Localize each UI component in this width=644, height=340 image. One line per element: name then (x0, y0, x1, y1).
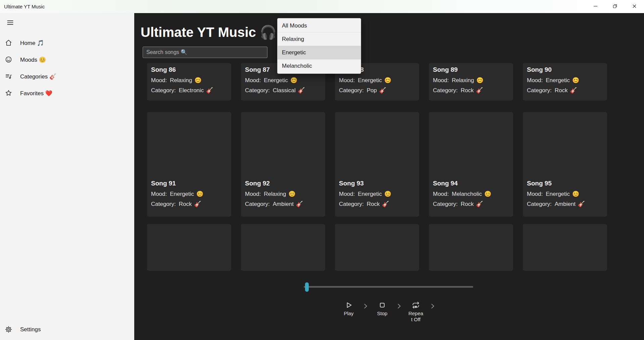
category-emoji: 🎸 (298, 87, 305, 94)
song-title: Song 90 (527, 66, 603, 74)
window-title: Ultimate YT Music (4, 0, 45, 13)
song-grid-row-1: Song 86 Mood:Relaxing😊 Category:Electron… (147, 63, 607, 101)
sidebar-item-label: Settings (20, 326, 41, 333)
song-category-line: Category:Classical🎸 (245, 87, 321, 94)
song-category-line: Category:Rock🎸 (151, 201, 203, 208)
playlist-music-icon (5, 72, 13, 80)
close-button[interactable] (625, 0, 644, 13)
stop-icon (378, 301, 387, 309)
sidebar-item-settings[interactable]: Settings (0, 321, 134, 338)
window-controls (586, 0, 644, 13)
song-mood-line: Mood:Energetic😊 (339, 190, 391, 198)
sidebar-item-label: Categories 🎸 (20, 73, 56, 80)
page-title: Ultimate YT Music 🎧 (141, 24, 277, 40)
song-category-line: Category:Pop🎸 (339, 87, 415, 94)
sidebar-item-label: Moods 😊 (20, 56, 46, 63)
mood-emoji: 😊 (484, 191, 491, 197)
settings-gear-icon (5, 326, 13, 334)
close-icon (632, 4, 637, 10)
category-emoji: 🎸 (570, 87, 577, 94)
song-category-line: Category:Electronic🎸 (151, 87, 227, 94)
sidebar-item-favorites[interactable]: Favorites ❤️ (0, 85, 134, 102)
mood-emoji: 😊 (196, 191, 203, 197)
song-card-placeholder[interactable] (429, 224, 513, 271)
sidebar-item-moods[interactable]: Moods 😊 (0, 51, 134, 68)
titlebar: Ultimate YT Music (0, 0, 644, 13)
song-mood-line: Mood:Energetic😊 (245, 77, 321, 84)
song-card-text: Song 95 Mood:Energetic😊 Category:Ambient… (523, 177, 589, 217)
mood-emoji: 😊 (288, 191, 295, 197)
mood-dropdown-option-label: Melancholic (282, 63, 312, 69)
song-grid-row-3 (147, 224, 607, 271)
song-title: Song 93 (339, 179, 391, 187)
song-card-text: Song 92 Mood:Relaxing😊 Category:Ambient🎸 (241, 177, 307, 217)
category-emoji: 🎸 (206, 87, 213, 94)
sidebar-item-categories[interactable]: Categories 🎸 (0, 68, 134, 85)
chevron-right-icon (362, 302, 369, 310)
play-button[interactable]: Play (339, 301, 358, 316)
home-icon (5, 39, 13, 47)
mood-dropdown-option[interactable]: Relaxing (278, 33, 361, 46)
sidebar-item-label: Home 🎵 (20, 40, 44, 47)
hamburger-menu-button[interactable] (3, 16, 17, 30)
song-card-placeholder[interactable] (523, 224, 607, 271)
chevron-right-icon (395, 302, 403, 310)
song-card-text: Song 94 Mood:Melancholic😊 Category:Rock🎸 (429, 177, 495, 217)
category-emoji: 🎸 (296, 201, 303, 207)
song-mood-line: Mood:Energetic😊 (339, 77, 415, 84)
sidebar-item-label: Favorites ❤️ (20, 90, 52, 97)
song-mood-line: Mood:Relaxing😊 (433, 77, 509, 84)
stop-button[interactable]: Stop (373, 301, 392, 316)
search-input[interactable] (143, 47, 267, 58)
category-emoji: 🎸 (476, 87, 483, 94)
category-emoji: 🎸 (194, 201, 201, 207)
song-card[interactable]: Song 89 Mood:Relaxing😊 Category:Rock🎸 (429, 63, 513, 101)
sidebar-item-home[interactable]: Home 🎵 (0, 35, 134, 51)
song-card-text: Song 93 Mood:Energetic😊 Category:Rock🎸 (335, 177, 395, 217)
category-emoji: 🎸 (382, 201, 389, 207)
mood-emoji: 😊 (572, 191, 579, 197)
song-mood-line: Mood:Energetic😊 (527, 77, 603, 84)
mood-emoji: 😊 (384, 77, 391, 83)
repeat-button[interactable]: 1 Repeat Off (406, 301, 426, 323)
mood-dropdown-option[interactable]: Melancholic (278, 59, 361, 73)
song-card-text: Song 86 Mood:Relaxing😊 Category:Electron… (147, 63, 231, 97)
mood-emoji: 😊 (476, 77, 483, 83)
song-title: Song 92 (245, 179, 303, 187)
progress-slider-track[interactable] (304, 286, 473, 288)
song-mood-line: Mood:Relaxing😊 (245, 190, 303, 198)
song-category-line: Category:Ambient🎸 (245, 201, 303, 208)
mood-dropdown-option-label: All Moods (282, 22, 307, 29)
progress-slider-thumb[interactable] (305, 282, 309, 292)
song-mood-line: Mood:Energetic😊 (151, 190, 203, 198)
song-card-placeholder[interactable] (241, 224, 325, 271)
song-category-line: Category:Ambient🎸 (527, 201, 585, 208)
song-card[interactable]: Song 95 Mood:Energetic😊 Category:Ambient… (523, 112, 607, 217)
song-card[interactable]: Song 94 Mood:Melancholic😊 Category:Rock🎸 (429, 112, 513, 217)
song-grid-row-2: Song 91 Mood:Energetic😊 Category:Rock🎸 S… (147, 112, 607, 217)
song-title: Song 91 (151, 179, 203, 187)
player-controls: Play Stop 1 (339, 301, 436, 323)
song-card-text: Song 90 Mood:Energetic😊 Category:Rock🎸 (523, 63, 607, 97)
song-title: Song 89 (433, 66, 509, 74)
category-emoji: 🎸 (379, 87, 386, 94)
song-card[interactable]: Song 91 Mood:Energetic😊 Category:Rock🎸 (147, 112, 231, 217)
main-content: Ultimate YT Music 🎧 Song 86 Mood:Relaxin… (134, 13, 644, 340)
minimize-button[interactable] (586, 0, 605, 13)
song-mood-line: Mood:Melancholic😊 (433, 190, 491, 198)
mood-dropdown: All Moods Relaxing Energetic Melancholic (277, 18, 361, 74)
mood-dropdown-option[interactable]: All Moods (278, 19, 361, 33)
song-card-placeholder[interactable] (335, 224, 419, 271)
smiley-icon (5, 56, 13, 64)
song-title: Song 94 (433, 179, 491, 187)
maximize-button[interactable] (605, 0, 625, 13)
minimize-icon (593, 4, 598, 10)
song-card[interactable]: Song 93 Mood:Energetic😊 Category:Rock🎸 (335, 112, 419, 217)
category-emoji: 🎸 (476, 201, 483, 207)
song-card[interactable]: Song 92 Mood:Relaxing😊 Category:Ambient🎸 (241, 112, 325, 217)
mood-dropdown-option[interactable]: Energetic (278, 46, 361, 59)
mood-dropdown-option-label: Energetic (282, 49, 306, 56)
song-card-placeholder[interactable] (147, 224, 231, 271)
song-card[interactable]: Song 86 Mood:Relaxing😊 Category:Electron… (147, 63, 231, 101)
song-card[interactable]: Song 90 Mood:Energetic😊 Category:Rock🎸 (523, 63, 607, 101)
